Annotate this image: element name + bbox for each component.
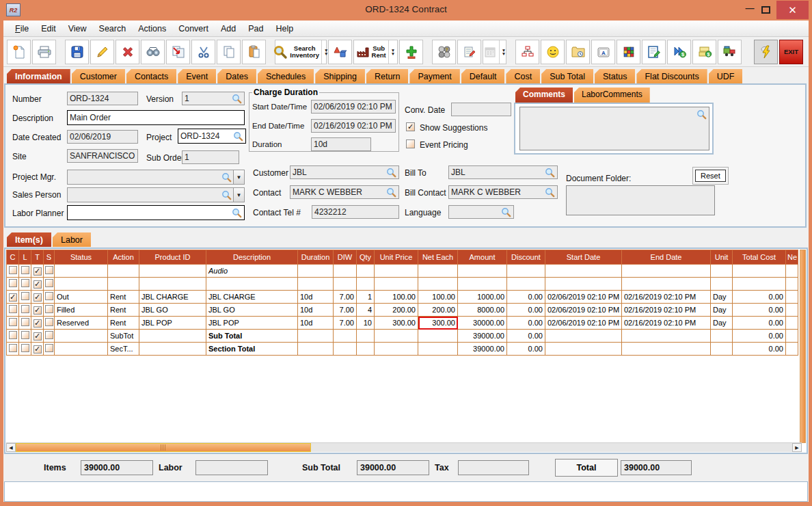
column-header-amount[interactable]: Amount xyxy=(458,250,507,265)
tab-return[interactable]: Return xyxy=(366,69,409,83)
column-header-l[interactable]: L xyxy=(19,250,31,265)
grid-cell[interactable] xyxy=(55,265,108,278)
checkbox-unchecked[interactable] xyxy=(9,279,17,287)
calendar-button[interactable]: ▼▼ xyxy=(483,40,506,64)
search-icon[interactable] xyxy=(545,168,555,178)
checkbox-unchecked[interactable] xyxy=(21,344,29,352)
project-field[interactable]: ORD-1324 xyxy=(178,129,246,144)
grid-cell[interactable] xyxy=(458,278,507,291)
grid-cell[interactable] xyxy=(622,278,711,291)
chevron-down-icon[interactable]: ▼▼ xyxy=(499,40,506,64)
grid-cell[interactable] xyxy=(545,330,622,343)
maximize-button[interactable] xyxy=(761,6,770,14)
notepad-edit-button[interactable] xyxy=(457,40,481,64)
folder-clock-button[interactable] xyxy=(566,40,590,64)
sub-rent-button[interactable]: Sub Rent▼▼ xyxy=(353,40,398,64)
grid-cell[interactable]: 02/06/2019 02:10 PM xyxy=(545,304,622,317)
row-checkbox-cell[interactable] xyxy=(44,265,55,278)
row-checkbox-cell[interactable] xyxy=(44,317,55,330)
table-row[interactable]: FilledRentJBL GOJBL GO10d7.004200.00200.… xyxy=(7,304,798,317)
grid-cell[interactable]: 0.00 xyxy=(733,291,786,304)
form-edit-button[interactable] xyxy=(642,40,666,64)
reset-button[interactable]: Reset xyxy=(695,170,726,182)
grid-cell[interactable]: JBL POP xyxy=(139,317,206,330)
checkbox-unchecked[interactable] xyxy=(45,318,53,326)
grid-cell[interactable] xyxy=(375,343,418,356)
grid-cell[interactable]: 10d xyxy=(298,291,334,304)
close-button[interactable]: ✕ xyxy=(776,1,809,19)
search-icon[interactable] xyxy=(232,94,242,104)
grid-cell[interactable] xyxy=(786,330,798,343)
truck-button[interactable] xyxy=(718,40,742,64)
grid-cell[interactable]: 8000.00 xyxy=(458,304,507,317)
grid-cell[interactable] xyxy=(357,265,375,278)
conv-date-field[interactable] xyxy=(451,103,511,116)
contact-field[interactable]: MARK C WEBBER xyxy=(290,185,399,199)
keyboard-key-button[interactable]: A xyxy=(591,40,615,64)
menu-help[interactable]: Help xyxy=(269,24,299,34)
tab-udf[interactable]: UDF xyxy=(709,69,743,83)
send-dollar-button[interactable]: $ xyxy=(667,40,691,64)
grid-cell[interactable] xyxy=(418,265,458,278)
grid-cell[interactable] xyxy=(108,278,139,291)
grid-cell[interactable]: 0.00 xyxy=(507,343,545,356)
bill-to-field[interactable]: JBL xyxy=(448,165,558,179)
row-checkbox-cell[interactable] xyxy=(19,291,31,304)
grid-cell[interactable]: 02/06/2019 02:10 PM xyxy=(545,317,622,330)
grid-cell[interactable]: Day xyxy=(711,304,733,317)
row-checkbox-cell[interactable] xyxy=(19,278,31,291)
checkbox-unchecked[interactable] xyxy=(45,292,53,300)
search-icon[interactable] xyxy=(386,168,396,178)
minimize-button[interactable]: — xyxy=(744,3,756,16)
column-header-end-date[interactable]: End Date xyxy=(622,250,711,265)
row-checkbox-cell[interactable] xyxy=(44,278,55,291)
row-checkbox-cell[interactable] xyxy=(19,317,31,330)
horizontal-scrollbar-thumb[interactable] xyxy=(16,443,311,452)
labor-planner-field[interactable] xyxy=(67,205,245,220)
menu-edit[interactable]: Edit xyxy=(35,24,62,34)
version-field[interactable]: 1 xyxy=(182,92,245,105)
grid-cell[interactable]: 100.00 xyxy=(418,291,458,304)
grid-cell[interactable] xyxy=(298,343,334,356)
checkbox-checked[interactable] xyxy=(33,306,42,315)
language-field[interactable] xyxy=(448,205,514,219)
grid-cell[interactable]: 39000.00 xyxy=(458,330,507,343)
search-icon[interactable] xyxy=(233,131,243,142)
checkbox-checked[interactable] xyxy=(33,319,42,328)
grid-cell[interactable]: 10d xyxy=(298,317,334,330)
row-checkbox-cell[interactable] xyxy=(31,278,44,291)
cut-button[interactable] xyxy=(191,40,215,64)
grid-cell[interactable]: 30000.00 xyxy=(458,317,507,330)
grid-cell[interactable]: 200.00 xyxy=(418,304,458,317)
checkbox-unchecked[interactable] xyxy=(21,279,29,287)
grid-cell[interactable] xyxy=(357,278,375,291)
add-item-button[interactable] xyxy=(399,40,423,64)
grid-cell[interactable] xyxy=(507,278,545,291)
show-suggestions-checkbox[interactable] xyxy=(406,122,415,131)
grid-cell[interactable]: 0.00 xyxy=(507,291,545,304)
column-header-s[interactable]: S xyxy=(44,250,55,265)
table-row[interactable]: OutRentJBL CHARGEJBL CHARGE10d7.001100.0… xyxy=(7,291,798,304)
grid-cell[interactable]: Out xyxy=(55,291,108,304)
sales-person-field[interactable]: ▼ xyxy=(67,187,245,202)
column-header-total-cost[interactable]: Total Cost xyxy=(733,250,786,265)
grid-cell[interactable] xyxy=(622,343,711,356)
grid-cell[interactable]: JBL GO xyxy=(139,304,206,317)
grid-cell[interactable]: 10d xyxy=(298,304,334,317)
grid-cell[interactable] xyxy=(298,330,334,343)
row-checkbox-cell[interactable] xyxy=(31,330,44,343)
grid-cell[interactable]: 0.00 xyxy=(507,304,545,317)
row-checkbox-cell[interactable] xyxy=(31,265,44,278)
checkbox-unchecked[interactable] xyxy=(21,331,29,339)
column-header-status[interactable]: Status xyxy=(55,250,108,265)
column-header-product-id[interactable]: Product ID xyxy=(139,250,206,265)
grid-cell[interactable] xyxy=(206,278,298,291)
row-checkbox-cell[interactable] xyxy=(44,343,55,356)
column-header-t[interactable]: T xyxy=(31,250,44,265)
find-button[interactable] xyxy=(141,40,165,64)
grid-cell[interactable]: 02/16/2019 02:10 PM xyxy=(622,317,711,330)
grid-cell[interactable] xyxy=(786,317,798,330)
end-datetime-field[interactable]: 02/16/2019 02:10 PM xyxy=(311,119,396,133)
menu-pad[interactable]: Pad xyxy=(242,24,269,34)
checkbox-unchecked[interactable] xyxy=(9,266,17,274)
